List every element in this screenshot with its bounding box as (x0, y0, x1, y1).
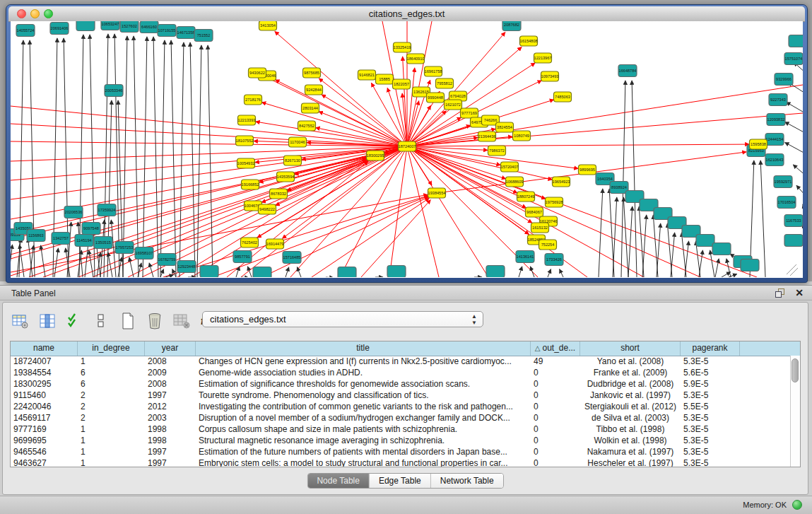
graph-node[interactable]: 9498222 (259, 204, 276, 214)
graph-node[interactable]: 18640910 (407, 54, 425, 64)
table-settings-icon[interactable] (11, 312, 30, 330)
table-scrollbar[interactable] (790, 356, 800, 467)
column-header-pagerank[interactable]: pagerank (681, 341, 740, 356)
graph-node[interactable]: 14055724 (16, 25, 35, 37)
graph-node[interactable]: 15885 (376, 74, 394, 84)
graph-node[interactable]: 20206536 (64, 206, 83, 218)
column-header-out_degree[interactable]: △out_de... (531, 341, 580, 356)
close-panel-icon[interactable]: ✕ (795, 287, 804, 299)
graph-node[interactable]: 9990448 (427, 93, 445, 103)
graph-node[interactable]: 2087682 (502, 21, 521, 31)
graph-node[interactable]: 1080749 (513, 131, 531, 141)
graph-node[interactable]: 16782759 (158, 254, 176, 266)
graph-node[interactable]: 7955812 (436, 78, 454, 88)
graph-node[interactable]: 15751074 (784, 53, 803, 65)
graph-node[interactable]: 20691406 (50, 23, 69, 35)
graph-node[interactable]: 9899695 (579, 165, 596, 175)
graph-node[interactable]: 7986372 (488, 146, 506, 156)
graph-node[interactable]: 15716485 (283, 252, 301, 264)
graph-node[interactable]: 21364436 (478, 132, 496, 141)
graph-node[interactable]: 17359924 (98, 204, 116, 216)
table-selector-dropdown[interactable]: citations_edges.txt ▲▼ (202, 311, 483, 327)
graph-node[interactable]: 3413054 (259, 21, 277, 30)
graph-node[interactable]: 2803144 (302, 103, 319, 113)
graph-node[interactable]: 10653247 (101, 21, 119, 30)
graph-node[interactable]: 20053346 (105, 85, 123, 97)
graph-node[interactable]: 10688609 (506, 177, 524, 187)
graph-node[interactable]: 1350515 (94, 237, 112, 249)
zoom-button[interactable] (44, 9, 53, 18)
graph-node[interactable]: 8267130 (284, 156, 302, 165)
graph-node[interactable]: 1595838 (750, 139, 767, 149)
graph-node[interactable]: 12923448 (177, 261, 196, 273)
graph-node[interactable]: 10973493 (541, 71, 559, 81)
graph-node[interactable]: 17957253 (115, 242, 134, 254)
graph-node[interactable]: 9857791 (233, 251, 252, 263)
graph-node[interactable]: 16210643 (765, 154, 784, 166)
graph-node[interactable]: 10719155 (158, 25, 176, 37)
graph-node[interactable]: 19384554 (428, 188, 446, 198)
graph-node[interactable]: 13325419 (394, 42, 411, 52)
graph-node[interactable]: 9875685 (303, 68, 321, 78)
graph-node[interactable]: 751552 (194, 30, 213, 42)
graph-node[interactable]: 6466160 (140, 21, 158, 33)
graph-node[interactable] (696, 235, 714, 247)
graph-node[interactable]: 16958107 (135, 247, 153, 259)
delete-table-icon[interactable] (172, 312, 191, 330)
table-row[interactable]: 911546021997Tourette syndrome. Phenomeno… (11, 390, 791, 401)
graph-node[interactable]: 12444154 (765, 134, 784, 146)
graph-node[interactable]: 1156863 (27, 230, 45, 242)
graph-node[interactable] (486, 266, 505, 278)
graph-node[interactable]: 12213393 (238, 115, 256, 125)
table-row[interactable]: 1872400712008Changes of HCN gene express… (11, 356, 791, 367)
graph-node[interactable]: 19756928 (546, 197, 563, 207)
table-row[interactable]: 2242004622012Investigating the contribut… (11, 401, 791, 412)
graph-node[interactable]: 16914479 (266, 239, 284, 249)
graph-node[interactable]: 18724007 (399, 141, 416, 151)
graph-node[interactable]: 17016504 (777, 197, 796, 209)
graph-node[interactable] (741, 259, 759, 271)
scrollbar-thumb[interactable] (792, 358, 799, 382)
graph-node[interactable] (200, 266, 218, 278)
minimize-button[interactable] (30, 9, 40, 18)
graph-node[interactable]: 14353594 (277, 172, 295, 182)
graph-node[interactable]: 9146821 (358, 70, 376, 80)
graph-node[interactable]: 9684067 (526, 207, 543, 217)
graph-node[interactable]: 19592971 (774, 176, 792, 188)
graph-node[interactable]: 16648784 (618, 65, 637, 77)
graph-node[interactable]: 3824554 (496, 122, 514, 132)
graph-node[interactable] (789, 35, 803, 47)
graph-node[interactable]: 7485063 (554, 92, 572, 102)
tab-network-table[interactable]: Network Table (431, 474, 503, 488)
graph-node[interactable]: 10054932 (237, 158, 255, 168)
tab-edge-table[interactable]: Edge Table (370, 474, 431, 488)
graph-node[interactable]: 752254 (539, 240, 557, 250)
graph-node[interactable]: 19654923 (553, 177, 570, 187)
column-header-short[interactable]: short (580, 341, 681, 356)
graph-node[interactable]: 18300295 (367, 151, 384, 160)
new-table-icon[interactable] (119, 312, 137, 330)
graph-node[interactable]: 1342757 (52, 233, 70, 245)
graph-node[interactable]: 1621072 (445, 100, 462, 110)
graph-node[interactable] (387, 266, 406, 278)
graph-node[interactable] (76, 21, 95, 31)
graph-node[interactable]: 8427552 (298, 121, 316, 131)
column-header-title[interactable]: title (196, 341, 531, 356)
graph-node[interactable]: 9227343 (769, 94, 787, 106)
graph-node[interactable]: 7625402 (241, 238, 259, 247)
graph-node[interactable]: 1822057 (393, 79, 411, 89)
graph-node[interactable]: 1527602 (120, 21, 139, 33)
graph-node[interactable]: 16961758 (425, 66, 442, 76)
table-row[interactable]: 1938455462009Genome-wide association stu… (11, 367, 791, 378)
table-row[interactable]: 946554611997Estimation of the future num… (11, 446, 791, 457)
graph-node[interactable]: 14136141 (516, 251, 534, 263)
graph-node[interactable]: 12093832 (767, 114, 785, 126)
delete-row-icon[interactable] (146, 312, 164, 330)
graph-node[interactable]: 14671358 (177, 27, 195, 39)
table-row[interactable]: 969969511998Structural magnetic resonanc… (11, 435, 791, 446)
graph-node[interactable]: 18807249 (517, 192, 535, 201)
table-row[interactable]: 977716911998Corpus callosum shape and si… (11, 424, 791, 435)
graph-node[interactable]: 16154808 (520, 36, 538, 46)
graph-node[interactable] (338, 267, 356, 278)
graph-node[interactable]: 9242844 (305, 85, 323, 95)
